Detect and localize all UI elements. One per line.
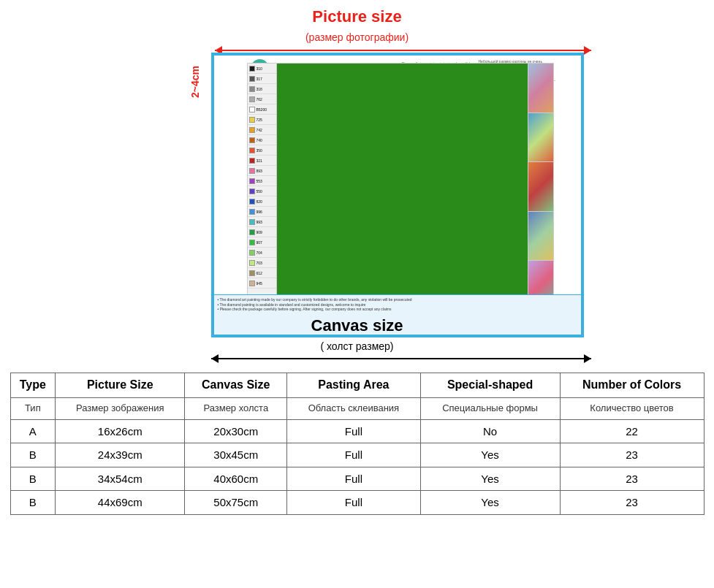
table-row: B 34x54cm 40x60cm Full Yes 23 [10, 467, 704, 491]
table-section: Type Picture Size Canvas Size Pasting Ar… [10, 373, 704, 515]
legend-color [249, 148, 255, 153]
legend-row: 996 [248, 207, 276, 217]
canvas-size-text: Canvas size [311, 316, 403, 335]
legend-row: 612 [248, 268, 276, 278]
diagram-section: Picture size (размер фотографии) 2~4cm M… [102, 7, 613, 365]
col-header-special-ru: Специальные формы [420, 397, 560, 419]
legend-row: 909 [248, 227, 276, 237]
col-header-type: Type [10, 373, 56, 398]
col-header-picture-size-ru: Размер зображения [56, 397, 185, 419]
legend-color [249, 280, 255, 286]
col-header-pasting: Pasting Area [287, 373, 420, 398]
legend-color [249, 158, 255, 164]
cell-type: A [10, 419, 56, 443]
main-container: Picture size (размер фотографии) 2~4cm M… [0, 0, 714, 588]
cell-type: B [10, 491, 56, 515]
right-sample-4 [528, 212, 553, 261]
table-row: B 44x69cm 50x75cm Full Yes 23 [10, 491, 704, 515]
cell-colors: 23 [560, 491, 704, 515]
legend-row: 321 [248, 156, 276, 166]
col-header-picture-size: Picture Size [56, 373, 185, 398]
right-samples-strip [528, 64, 553, 310]
legend-color [249, 260, 255, 266]
cell-colors: 23 [560, 467, 704, 491]
cell-colors: 22 [560, 419, 704, 443]
cell-picture-size: 44x69cm [56, 491, 185, 515]
canvas-size-label: Canvas size ( холст размер) [311, 316, 403, 354]
col-header-canvas-size-ru: Размер холста [185, 397, 287, 419]
cell-pasting: Full [287, 467, 420, 491]
legend-row: 553 [248, 176, 276, 186]
cell-special: No [420, 419, 560, 443]
legend-color [249, 66, 255, 72]
col-header-colors-ru: Количество цветов [560, 397, 704, 419]
col-header-canvas-size: Canvas Size [185, 373, 287, 398]
cell-special: Yes [420, 467, 560, 491]
legend-row: 318 [248, 84, 276, 94]
col-header-pasting-ru: Область склеивания [287, 397, 420, 419]
cell-canvas-size: 20x30cm [185, 419, 287, 443]
side-label-text: 2~4cm [189, 66, 201, 98]
legend-color [249, 199, 255, 205]
legend-row: B5200 [248, 104, 276, 115]
cell-type: B [10, 467, 56, 491]
legend-color [249, 178, 255, 184]
col-header-special: Special-shaped [420, 373, 560, 398]
cell-picture-size: 24x39cm [56, 443, 185, 467]
legend-row: 820 [248, 196, 276, 207]
legend-color [249, 86, 255, 92]
table-row: B 24x39cm 30x45cm Full Yes 23 [10, 443, 704, 467]
canvas-size-sub-text: ( холст размер) [320, 340, 393, 352]
table-header-row-ru: Тип Размер зображения Размер холста Обла… [10, 397, 704, 419]
legend-row: 350 [248, 145, 276, 156]
legend-color [249, 96, 255, 102]
cell-canvas-size: 40x60cm [185, 467, 287, 491]
legend-color [249, 137, 255, 143]
picture-size-arrow [215, 50, 591, 51]
picture-legend: 310 317 318 762 B5200 725 742 740 350 32… [248, 64, 277, 310]
legend-row: 742 [248, 125, 276, 135]
legend-color [249, 250, 255, 256]
legend-color [249, 107, 255, 112]
cell-special: Yes [420, 443, 560, 467]
legend-color [249, 188, 255, 194]
legend-row: 762 [248, 94, 276, 104]
legend-row: 945 [248, 278, 276, 289]
canvas-size-arrow [211, 358, 591, 359]
picture-size-sub-text: (размер фотографии) [305, 31, 409, 43]
legend-row: 993 [248, 217, 276, 227]
cell-pasting: Full [287, 419, 420, 443]
cell-special: Yes [420, 491, 560, 515]
cell-type: B [10, 443, 56, 467]
footer-line-3: • Please check the package carefully bef… [218, 307, 577, 312]
legend-color [249, 127, 255, 133]
cell-colors: 23 [560, 443, 704, 467]
cell-canvas-size: 50x75cm [185, 491, 287, 515]
picture-size-text: Picture size [312, 7, 401, 26]
picture-area: 310 317 318 762 B5200 725 742 740 350 32… [247, 63, 554, 311]
col-header-colors: Number of Colors [560, 373, 704, 398]
cell-picture-size: 16x26cm [56, 419, 185, 443]
right-sample-1 [528, 64, 553, 113]
legend-color [249, 240, 255, 245]
legend-color [249, 117, 255, 123]
picture-size-label: Picture size (размер фотографии) [305, 7, 409, 45]
legend-color [249, 229, 255, 235]
legend-row: 550 [248, 186, 276, 196]
legend-row: 703 [248, 258, 276, 268]
right-sample-3 [528, 162, 553, 212]
legend-row: 907 [248, 237, 276, 248]
table-row: A 16x26cm 20x30cm Full No 22 [10, 419, 704, 443]
legend-row: 704 [248, 248, 276, 258]
cell-pasting: Full [287, 491, 420, 515]
legend-row: 310 [248, 64, 276, 74]
cell-picture-size: 34x54cm [56, 467, 185, 491]
table-header-row-en: Type Picture Size Canvas Size Pasting Ar… [10, 373, 704, 398]
cell-pasting: Full [287, 443, 420, 467]
legend-row: 740 [248, 135, 276, 145]
legend-row: 317 [248, 74, 276, 84]
legend-row: 893 [248, 166, 276, 176]
picture-main-area [277, 64, 528, 310]
legend-color [249, 219, 255, 225]
info-table: Type Picture Size Canvas Size Pasting Ar… [10, 373, 704, 515]
